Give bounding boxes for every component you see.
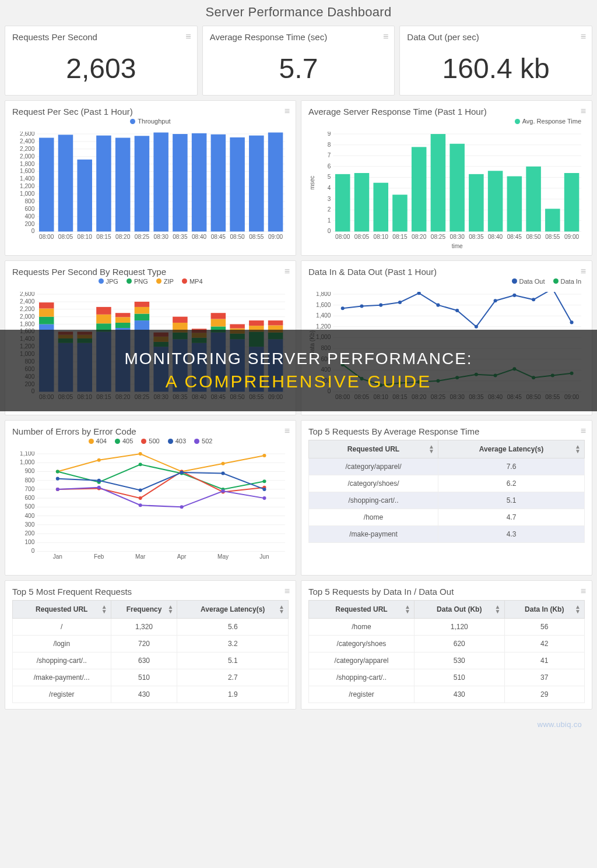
svg-point-309 [56, 488, 59, 491]
table-cell: 56 [504, 619, 585, 636]
svg-rect-49 [192, 133, 207, 232]
svg-text:time: time [452, 243, 463, 249]
kpi-title: Data Out (per sec) [407, 32, 585, 42]
table-cell: /category/apparel/ [309, 458, 438, 475]
table-cell: /category/apparel [309, 652, 415, 669]
column-header[interactable]: Data Out (Kb)▲▼ [414, 601, 504, 619]
menu-icon[interactable]: ≡ [581, 267, 586, 276]
svg-text:08:35: 08:35 [173, 234, 188, 240]
column-header[interactable]: Requested URL▲▼ [13, 601, 111, 619]
menu-icon[interactable]: ≡ [383, 32, 388, 41]
svg-text:08:40: 08:40 [192, 234, 207, 240]
menu-icon[interactable]: ≡ [185, 32, 191, 41]
svg-text:2,600: 2,600 [20, 132, 35, 137]
svg-rect-46 [135, 136, 150, 231]
svg-text:2,400: 2,400 [20, 298, 35, 305]
column-header[interactable]: Requested URL▲▼ [309, 440, 438, 458]
menu-icon[interactable]: ≡ [285, 426, 290, 436]
svg-point-237 [494, 299, 497, 302]
svg-point-296 [262, 480, 266, 484]
column-header[interactable]: Average Latency(s)▲▼ [177, 601, 289, 619]
kpi-value: 160.4 kb [407, 42, 585, 89]
svg-text:1,000: 1,000 [20, 190, 35, 197]
table-title: Top 5 Most Frequent Requests [12, 587, 289, 597]
svg-text:7: 7 [328, 152, 331, 158]
svg-point-307 [222, 472, 225, 475]
svg-rect-94 [431, 134, 446, 231]
overlay-line2: A COMPREHENSIVE GUIDE [6, 372, 591, 391]
table-cell: 630 [111, 652, 177, 669]
svg-rect-98 [507, 177, 522, 232]
svg-rect-44 [96, 136, 111, 232]
sort-icon[interactable]: ▲▼ [101, 605, 107, 614]
svg-text:1,800: 1,800 [20, 320, 35, 327]
svg-point-291 [56, 470, 59, 474]
svg-rect-95 [449, 144, 465, 232]
kpi-card-rps: Requests Per Second ≡ 2,603 [5, 26, 198, 96]
svg-point-313 [222, 489, 225, 493]
table-cell: /shopping-cart/.. [309, 669, 415, 686]
svg-text:May: May [217, 553, 229, 560]
svg-rect-186 [115, 313, 131, 317]
svg-point-241 [570, 320, 574, 324]
sort-icon[interactable]: ▲▼ [279, 605, 285, 614]
menu-icon[interactable]: ≡ [581, 587, 586, 596]
svg-text:08:00: 08:00 [39, 234, 54, 240]
legend-item: 500 [141, 437, 159, 444]
svg-point-290 [262, 454, 266, 457]
table-row: /category/apparel53041 [309, 652, 585, 669]
svg-point-306 [180, 471, 184, 474]
menu-icon[interactable]: ≡ [581, 32, 586, 41]
table-cell: 510 [111, 669, 177, 686]
menu-icon[interactable]: ≡ [285, 107, 290, 116]
chart-card-avg-response: Average Server Response Time (Past 1 Hou… [301, 100, 592, 256]
svg-text:08:40: 08:40 [488, 234, 503, 240]
svg-text:Jan: Jan [53, 553, 62, 560]
svg-point-235 [455, 309, 459, 312]
svg-point-304 [97, 479, 101, 482]
svg-text:400: 400 [25, 213, 35, 220]
chart-title: Requests Per Second By Request Type [12, 267, 289, 277]
watermark: www.ubiq.co [0, 719, 597, 735]
chart-title: Number of Errors by Error Code [12, 426, 289, 436]
menu-icon[interactable]: ≡ [285, 587, 290, 596]
column-header[interactable]: Frequency▲▼ [111, 601, 177, 619]
table-cell: / [13, 619, 111, 636]
svg-text:msec: msec [309, 176, 315, 190]
svg-point-230 [360, 304, 363, 308]
table-row: /make-payment4.3 [309, 526, 585, 543]
sort-icon[interactable]: ▲▼ [429, 444, 434, 454]
legend-item: ZIP [156, 278, 174, 285]
svg-rect-185 [96, 307, 111, 315]
svg-text:08:00: 08:00 [335, 234, 350, 240]
sort-icon[interactable]: ▲▼ [495, 605, 501, 614]
table-cell: 3.2 [177, 636, 289, 652]
svg-text:08:25: 08:25 [431, 234, 446, 240]
svg-rect-174 [135, 307, 150, 314]
svg-rect-191 [211, 313, 226, 319]
table-cell: 2.7 [177, 669, 289, 686]
column-header[interactable]: Requested URL▲▼ [309, 601, 415, 619]
svg-text:0: 0 [31, 548, 35, 555]
legend-item: 403 [168, 437, 186, 444]
menu-icon[interactable]: ≡ [581, 426, 586, 436]
svg-point-287 [139, 452, 142, 456]
table-cell: 720 [111, 636, 177, 652]
kpi-card-data-out: Data Out (per sec) ≡ 160.4 kb [399, 26, 592, 96]
svg-text:08:50: 08:50 [230, 234, 245, 240]
column-header[interactable]: Average Latency(s)▲▼ [438, 440, 585, 458]
sort-icon[interactable]: ▲▼ [168, 605, 174, 614]
table-cell: 430 [111, 686, 177, 703]
chart-title: Request Per Sec (Past 1 Hour) [12, 107, 289, 117]
legend-item: MP4 [182, 278, 203, 285]
menu-icon[interactable]: ≡ [285, 267, 290, 276]
sort-icon[interactable]: ▲▼ [575, 444, 581, 454]
svg-text:1,200: 1,200 [20, 183, 35, 189]
svg-text:2,000: 2,000 [20, 153, 35, 160]
table-cell: 1.9 [177, 686, 289, 703]
column-header[interactable]: Data In (Kb)▲▼ [504, 601, 585, 619]
menu-icon[interactable]: ≡ [581, 107, 586, 116]
sort-icon[interactable]: ▲▼ [405, 605, 410, 614]
sort-icon[interactable]: ▲▼ [575, 605, 581, 614]
table-card-top5-freq: Top 5 Most Frequent Requests ≡ Requested… [5, 580, 296, 710]
